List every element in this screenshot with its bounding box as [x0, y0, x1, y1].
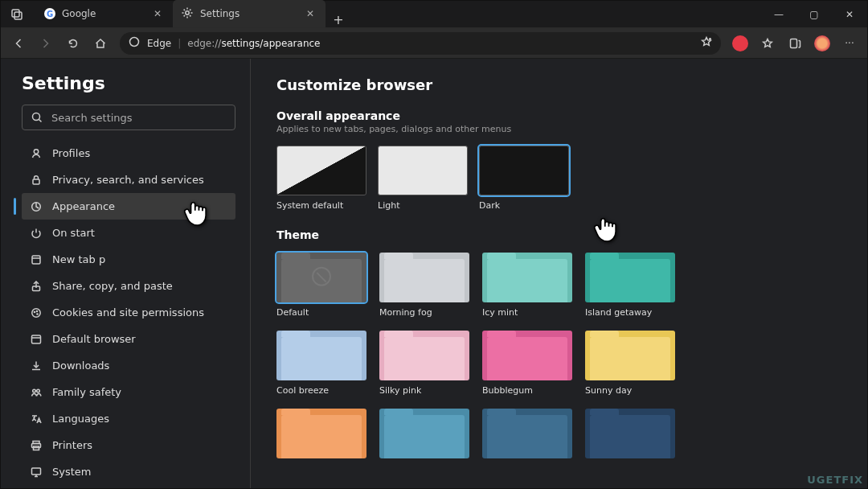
edge-icon — [128, 35, 141, 51]
theme-option[interactable]: Sunny day — [585, 331, 675, 396]
theme-label: Icy mint — [482, 307, 572, 318]
tab-settings[interactable]: Settings ✕ — [173, 0, 326, 27]
maximize-button[interactable]: ▢ — [796, 1, 832, 27]
tab-label: Google — [62, 8, 96, 19]
svg-point-2 — [186, 10, 189, 14]
appearance-option-dark[interactable]: Dark — [479, 146, 569, 211]
theme-option[interactable]: Bubblegum — [482, 331, 572, 396]
extension-icon[interactable] — [727, 31, 753, 55]
printer-icon — [30, 439, 43, 452]
sidebar-item-label: Privacy, search, and services — [52, 174, 204, 186]
reading-mode-icon[interactable] — [700, 35, 713, 51]
sidebar-item-cookie[interactable]: Cookies and site permissions — [22, 299, 235, 326]
theme-label: Island getaway — [585, 307, 675, 318]
square-icon — [30, 253, 43, 266]
settings-main: Customize browser Overall appearance App… — [251, 59, 867, 488]
lock-icon — [30, 174, 43, 187]
sidebar-item-system[interactable]: System — [22, 458, 235, 485]
svg-point-8 — [34, 149, 38, 153]
svg-rect-18 — [32, 335, 41, 343]
overall-title: Overall appearance — [276, 109, 841, 122]
sidebar-item-label: Profiles — [52, 147, 90, 159]
toolbar: Edge | edge://settings/appearance ··· — [1, 28, 867, 59]
sidebar-item-download[interactable]: Downloads — [22, 352, 235, 379]
svg-rect-1 — [14, 12, 22, 19]
svg-rect-6 — [791, 39, 797, 47]
theme-option[interactable] — [379, 409, 469, 463]
appearance-option-light[interactable]: Light — [378, 146, 468, 211]
svg-rect-0 — [12, 10, 19, 17]
sidebar-item-label: Family safety — [52, 386, 121, 398]
theme-option[interactable] — [585, 409, 675, 463]
search-input[interactable]: Search settings — [22, 105, 235, 130]
minimize-button[interactable]: — — [761, 1, 796, 27]
theme-label: Sunny day — [585, 385, 675, 396]
theme-option[interactable] — [482, 409, 572, 463]
svg-point-21 — [37, 389, 40, 392]
content-body: Settings Search settings ProfilesPrivacy… — [1, 59, 867, 488]
favorites-button[interactable] — [755, 31, 780, 55]
sidebar-item-reset[interactable]: Reset settings — [22, 485, 235, 488]
theme-option[interactable]: Cool breeze — [276, 331, 366, 396]
sidebar-item-label: Appearance — [52, 200, 115, 212]
settings-sidebar: Settings Search settings ProfilesPrivacy… — [1, 59, 250, 488]
home-button[interactable] — [88, 31, 113, 55]
address-bar[interactable]: Edge | edge://settings/appearance — [120, 32, 721, 55]
svg-point-17 — [36, 310, 37, 311]
settings-title: Settings — [22, 73, 235, 93]
new-tab-button[interactable]: + — [326, 12, 351, 27]
download-icon — [30, 360, 43, 372]
cookie-icon — [30, 306, 43, 319]
forward-button[interactable] — [33, 31, 59, 55]
sidebar-item-printer[interactable]: Printers — [22, 432, 235, 458]
theme-label: Default — [276, 307, 366, 318]
sidebar-item-profile[interactable]: Profiles — [22, 140, 235, 166]
close-icon[interactable]: ✕ — [150, 8, 165, 19]
theme-option[interactable]: Morning fog — [379, 253, 469, 318]
tab-actions-icon[interactable] — [1, 1, 33, 27]
option-label: Dark — [479, 200, 569, 211]
collections-button[interactable] — [782, 31, 808, 55]
theme-option[interactable] — [276, 409, 366, 463]
sidebar-item-browser[interactable]: Default browser — [22, 326, 235, 352]
sidebar-item-lang[interactable]: Languages — [22, 405, 235, 432]
svg-rect-9 — [33, 179, 39, 184]
sidebar-item-label: Downloads — [52, 360, 109, 372]
theme-option[interactable]: Silky pink — [379, 331, 469, 396]
sidebar-item-appearance[interactable]: Appearance — [22, 193, 235, 220]
sidebar-item-label: Default browser — [52, 333, 136, 345]
option-label: Light — [378, 200, 468, 211]
gear-icon — [181, 6, 194, 22]
refresh-button[interactable] — [60, 31, 86, 55]
google-icon: G — [44, 8, 55, 19]
profile-icon — [30, 147, 43, 160]
overall-options: System defaultLightDark — [276, 146, 841, 211]
sidebar-item-family[interactable]: Family safety — [22, 379, 235, 405]
close-button[interactable]: ✕ — [832, 1, 867, 27]
sidebar-item-label: System — [52, 466, 91, 478]
svg-rect-25 — [32, 468, 41, 475]
theme-label: Morning fog — [379, 307, 469, 318]
theme-title: Theme — [276, 228, 841, 241]
sidebar-item-share[interactable]: Share, copy, and paste — [22, 273, 235, 299]
sidebar-item-power[interactable]: On start — [22, 220, 235, 246]
theme-option[interactable]: Default — [276, 253, 366, 318]
back-button[interactable] — [6, 31, 31, 55]
svg-point-3 — [130, 38, 139, 47]
theme-label: Bubblegum — [482, 385, 572, 396]
sidebar-item-label: Printers — [52, 439, 92, 451]
sidebar-item-label: Share, copy, and paste — [52, 280, 173, 292]
profile-avatar[interactable] — [809, 31, 835, 55]
theme-option[interactable]: Icy mint — [482, 253, 572, 318]
more-button[interactable]: ··· — [837, 31, 862, 55]
svg-point-7 — [33, 113, 40, 121]
overall-subtitle: Applies to new tabs, pages, dialogs and … — [276, 124, 841, 134]
lang-icon — [30, 413, 43, 425]
sidebar-item-lock[interactable]: Privacy, search, and services — [22, 166, 235, 193]
sidebar-item-square[interactable]: New tab p — [22, 246, 235, 273]
close-icon[interactable]: ✕ — [303, 8, 317, 19]
tab-google[interactable]: G Google ✕ — [36, 0, 173, 27]
theme-option[interactable]: Island getaway — [585, 253, 675, 318]
theme-label: Cool breeze — [276, 385, 366, 396]
appearance-option-system[interactable]: System default — [276, 146, 366, 211]
